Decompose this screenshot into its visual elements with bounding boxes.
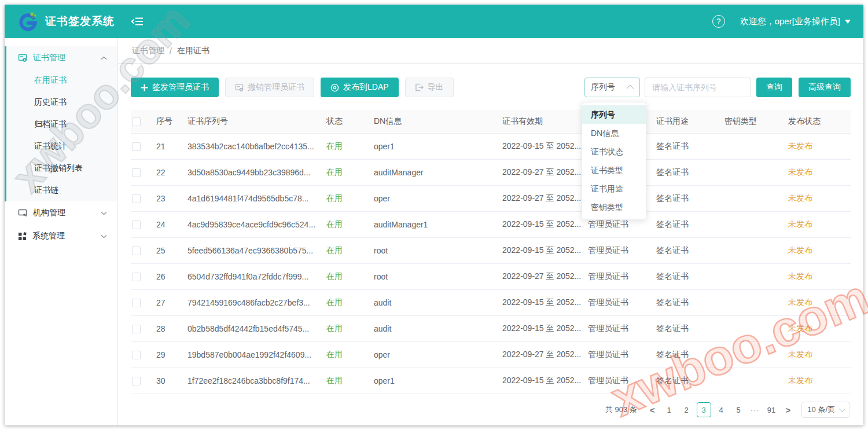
plus-icon [141,84,148,91]
cell-serial: 79421459169c486facb2c27bef3... [187,298,326,307]
cell-publish: 未发布 [788,271,851,282]
row-checkbox[interactable] [132,168,141,177]
page-number-3-active[interactable]: 3 [697,402,711,417]
next-page-button[interactable]: > [782,405,795,415]
row-checkbox[interactable] [132,299,141,307]
total-count: 共 903 条 [605,405,637,415]
cell-serial: 5feed566136a47ec9366380b575... [187,246,326,255]
row-checkbox[interactable] [132,142,141,151]
table-row[interactable]: 30 1f72ee2f18c246bca3bbc8f9f174... 在用 op… [131,368,851,394]
page-ellipsis[interactable]: ··· [749,406,762,414]
sidebar-item-archived-certs[interactable]: 归档证书 [6,113,117,135]
breadcrumb-current: 在用证书 [177,46,209,56]
page-number-1[interactable]: 1 [662,402,676,417]
table-row[interactable]: 21 383534b2cac140b6afbef2cc4135... 在用 op… [131,134,851,160]
welcome-text: 欢迎您，oper[业务操作员] [740,16,840,27]
dropdown-option-cert-status[interactable]: 证书状态 [582,142,646,161]
select-all-checkbox[interactable] [132,117,141,126]
table-row[interactable]: 23 4a1d6194481f474d9565db5c78... 在用 oper… [131,186,851,212]
cell-dn: oper [374,194,502,203]
table-row[interactable]: 26 6504d732ffd941f0a72fddc7f999... 在用 ro… [131,264,851,290]
publish-to-ldap-button[interactable]: 发布到LDAP [321,78,399,97]
page-number-4[interactable]: 4 [714,402,729,417]
cell-dn: audit [374,298,502,307]
cell-usage: 签名证书 [656,193,724,204]
cell-validity: 2022-09-15 至 2052... [502,245,588,256]
row-checkbox[interactable] [132,351,141,359]
sidebar-group-cert-management[interactable]: 证书管理 [6,46,117,69]
dropdown-option-key-type[interactable]: 密钥类型 [582,198,646,216]
sidebar-group-system-management[interactable]: 系统管理 [6,225,117,248]
issue-admin-cert-button[interactable]: 签发管理员证书 [131,78,219,97]
cell-validity: 2022-09-15 至 2052... [502,219,588,230]
cell-dn: auditManager1 [374,220,502,229]
chevron-up-icon [627,84,634,92]
row-checkbox[interactable] [132,194,141,203]
export-button[interactable]: 导出 [405,78,454,97]
sidebar-group-org-management[interactable]: 机构管理 [6,201,117,225]
sidebar-item-cert-revocation-list[interactable]: 证书撤销列表 [6,157,117,179]
publish-to-ldap-label: 发布到LDAP [343,82,389,93]
search-field-select[interactable]: 序列号 序列号 DN信息 证书状态 证书类型 证书用途 密钥类型 [584,78,640,97]
table-row[interactable]: 28 0b2b58d5df42442fb15ed4f5745... 在用 aud… [131,316,851,342]
cell-dn: auditManager [374,168,502,177]
cell-usage: 签名证书 [656,271,724,282]
row-checkbox[interactable] [132,325,141,333]
table-header-row: 序号 证书序列号 状态 DN信息 证书有效期 证书类型 证书用途 密钥类型 发布… [131,110,851,134]
query-button[interactable]: 查询 [756,78,792,97]
cell-serial: 19bd587e0b004ae1992f42f4609... [187,350,326,359]
col-usage: 证书用途 [656,116,724,127]
cell-seq: 29 [156,350,187,359]
table-row[interactable]: 27 79421459169c486facb2c27bef3... 在用 aud… [131,290,851,316]
help-icon[interactable]: ? [712,15,725,28]
cell-publish: 未发布 [788,245,851,256]
table-row[interactable]: 24 4ac9d95839ce4ace9cfd9c96c524... 在用 au… [131,212,851,238]
sidebar-group-label: 系统管理 [32,231,65,241]
table-row[interactable]: 25 5feed566136a47ec9366380b575... 在用 roo… [131,238,851,264]
cell-dn: oper1 [374,142,502,151]
dropdown-option-serial[interactable]: 序列号 [582,105,646,124]
row-checkbox[interactable] [132,247,141,255]
page-number-2[interactable]: 2 [679,402,694,417]
cell-validity: 2022-09-27 至 2052... [502,271,588,282]
row-checkbox[interactable] [132,273,141,281]
table-row[interactable]: 29 19bd587e0b004ae1992f42f4609... 在用 ope… [131,342,851,368]
page-size-select[interactable]: 10 条/页 [801,402,849,418]
row-checkbox[interactable] [132,220,141,229]
serial-search-input[interactable] [645,78,751,97]
table-row[interactable]: 22 3d50a8530ac9449bb23c39896d... 在用 audi… [131,160,851,186]
sidebar-item-history-certs[interactable]: 历史证书 [6,91,117,113]
page-number-91[interactable]: 91 [764,402,779,417]
cell-dn: oper1 [374,376,502,385]
dropdown-option-cert-type[interactable]: 证书类型 [582,161,646,179]
cell-usage: 签名证书 [656,219,724,230]
cell-usage: 签名证书 [656,324,724,334]
prev-page-button[interactable]: < [646,405,659,415]
chevron-down-icon [845,20,851,24]
cell-seq: 23 [156,194,187,203]
breadcrumb-parent[interactable]: 证书管理 [132,46,164,56]
page-number-5[interactable]: 5 [731,402,746,417]
cell-publish: 未发布 [788,193,851,204]
revoke-admin-cert-button[interactable]: 撤销管理员证书 [225,78,314,97]
cell-serial: 383534b2cac140b6afbef2cc4135... [187,142,326,151]
cell-serial: 6504d732ffd941f0a72fddc7f999... [187,272,326,281]
dropdown-option-cert-usage[interactable]: 证书用途 [582,179,646,198]
cell-validity: 2022-09-15 至 2052... [502,141,588,152]
dropdown-option-dn[interactable]: DN信息 [582,124,646,142]
cell-cert-type: 管理员证书 [588,271,656,282]
user-menu[interactable]: 欢迎您，oper[业务操作员] [740,16,851,27]
sidebar-item-cert-stats[interactable]: 证书统计 [6,135,117,157]
cell-seq: 30 [156,376,187,385]
cell-cert-type: 管理员证书 [588,350,656,360]
advanced-query-button[interactable]: 高级查询 [799,78,851,97]
sidebar-item-cert-chain[interactable]: 证书链 [6,179,117,201]
sidebar-item-active-certs[interactable]: 在用证书 [6,69,117,91]
publish-icon [330,83,339,92]
cell-seq: 26 [156,272,187,281]
row-checkbox[interactable] [132,377,141,385]
menu-fold-icon[interactable] [131,16,144,27]
cell-validity: 2022-09-15 至 2052... [502,376,588,386]
cell-cert-type: 管理员证书 [588,245,656,256]
cert-table: 序号 证书序列号 状态 DN信息 证书有效期 证书类型 证书用途 密钥类型 发布… [131,110,851,394]
